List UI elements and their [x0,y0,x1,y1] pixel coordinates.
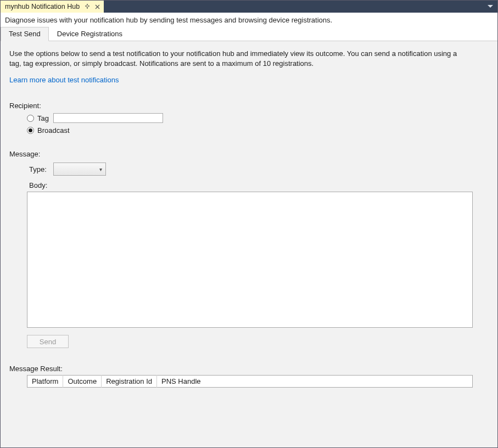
radio-tag-label[interactable]: Tag [37,114,49,122]
body-label: Body: [29,181,489,189]
titlebar: mynhub Notification Hub [1,1,497,13]
radio-broadcast-label[interactable]: Broadcast [37,126,70,135]
tab-icons [84,3,100,10]
test-send-panel: Use the options below to send a test not… [1,41,497,447]
tag-input[interactable] [53,113,163,123]
radio-broadcast[interactable] [27,127,34,134]
close-icon[interactable] [94,3,100,10]
app-window: mynhub Notification Hub Diagnose issues … [0,0,498,448]
type-select[interactable]: ▾ [53,163,106,176]
recipient-tag-row: Tag [27,113,489,123]
col-registration-id[interactable]: Registration Id [102,376,157,388]
radio-tag[interactable] [27,115,34,122]
page-description: Diagnose issues with your notification h… [1,13,497,26]
chevron-down-icon: ▾ [99,166,102,172]
type-label: Type: [29,165,53,173]
result-label: Message Result: [9,365,489,373]
recipient-label: Recipient: [9,102,489,110]
window-menu-icon[interactable] [485,1,495,13]
col-pns-handle[interactable]: PNS Handle [156,376,472,388]
tab-device-registrations[interactable]: Device Registrations [49,27,131,41]
result-table: Platform Outcome Registration Id PNS Han… [27,375,473,388]
col-outcome[interactable]: Outcome [63,376,102,388]
tab-test-send[interactable]: Test Send [1,27,49,41]
pin-icon[interactable] [84,3,91,10]
intro-text: Use the options below to send a test not… [9,49,465,68]
recipient-broadcast-row: Broadcast [27,126,489,135]
type-row: Type: ▾ [9,163,489,176]
send-button[interactable]: Send [27,335,69,348]
learn-more-link[interactable]: Learn more about test notifications [9,76,119,84]
content: Diagnose issues with your notification h… [1,13,497,447]
document-tab[interactable]: mynhub Notification Hub [1,1,104,13]
document-tab-title: mynhub Notification Hub [5,3,80,10]
body-textarea[interactable] [27,192,473,328]
nav-tabs: Test Send Device Registrations [1,26,497,41]
col-platform[interactable]: Platform [27,376,63,388]
message-label: Message: [9,150,489,158]
